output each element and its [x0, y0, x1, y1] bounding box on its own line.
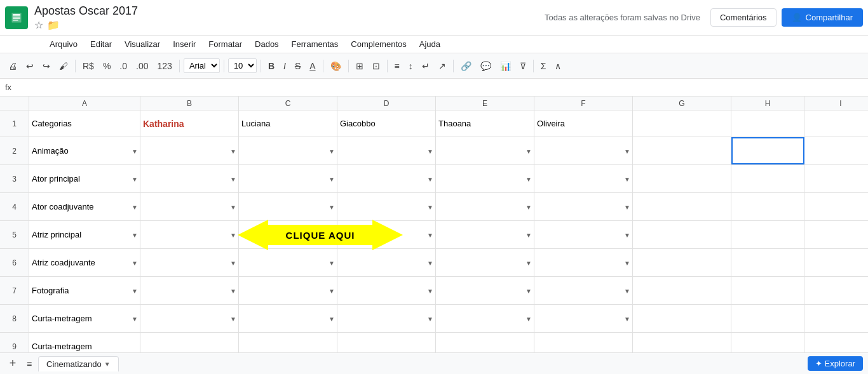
cell-8a[interactable]: Curta-metragem▼	[29, 305, 140, 332]
cell-7g[interactable]	[633, 277, 731, 304]
comments-button[interactable]: Comentários	[710, 8, 776, 27]
dropdown-arrow-6d[interactable]: ▼	[427, 259, 433, 266]
cell-3e[interactable]: ▼	[436, 165, 534, 192]
dropdown-arrow-2a[interactable]: ▼	[132, 147, 138, 154]
cell-3h[interactable]	[731, 165, 804, 192]
font-family-select[interactable]: Arial	[184, 58, 220, 73]
cell-2i[interactable]	[804, 137, 868, 164]
cell-8f[interactable]: ▼	[534, 305, 633, 332]
dropdown-arrow-6b[interactable]: ▼	[230, 259, 236, 266]
cell-7e[interactable]: ▼	[436, 277, 534, 304]
chevron-up-btn[interactable]: ∧	[552, 59, 564, 73]
borders-btn[interactable]: ⊞	[353, 59, 367, 73]
cell-2c[interactable]: ▼	[239, 137, 337, 164]
currency-btn[interactable]: R$	[79, 59, 97, 73]
dropdown-arrow-7d[interactable]: ▼	[427, 287, 433, 294]
dropdown-arrow-5f[interactable]: ▼	[624, 231, 630, 238]
cell-6h[interactable]	[731, 249, 804, 276]
dropdown-arrow-3b[interactable]: ▼	[230, 175, 236, 182]
cell-4a[interactable]: Ator coadjuvante▼	[29, 193, 140, 220]
dropdown-arrow-6c[interactable]: ▼	[329, 259, 335, 266]
cell-5i[interactable]	[804, 221, 868, 248]
cell-1i[interactable]	[804, 110, 868, 137]
col-header-b[interactable]: B	[140, 97, 239, 110]
menu-item-ferramentas[interactable]: Ferramentas	[287, 38, 344, 50]
dropdown-arrow-6f[interactable]: ▼	[624, 259, 630, 266]
cell-7d[interactable]: ▼	[337, 277, 436, 304]
cell-6b[interactable]: ▼	[140, 249, 239, 276]
dropdown-arrow-8f[interactable]: ▼	[624, 315, 630, 322]
dropdown-arrow-7a[interactable]: ▼	[132, 287, 138, 294]
cell-3c[interactable]: ▼	[239, 165, 337, 192]
cell-6i[interactable]	[804, 249, 868, 276]
cell-1g[interactable]	[633, 110, 731, 137]
cell-8d[interactable]: ▼	[337, 305, 436, 332]
merge-btn[interactable]: ⊡	[369, 59, 383, 73]
sheet-list-button[interactable]: ≡	[22, 356, 37, 371]
functions-btn[interactable]: Σ	[538, 59, 550, 73]
menu-item-arquivo[interactable]: Arquivo	[44, 38, 83, 50]
cell-5c[interactable]: ▼	[239, 221, 337, 248]
cell-2a[interactable]: Animação▼	[29, 137, 140, 164]
dropdown-arrow-7f[interactable]: ▼	[624, 287, 630, 294]
cell-1a[interactable]: Categorias	[29, 110, 140, 137]
col-header-c[interactable]: C	[239, 97, 337, 110]
col-header-g[interactable]: G	[633, 97, 731, 110]
cell-6e[interactable]: ▼	[436, 249, 534, 276]
cell-7b[interactable]: ▼	[140, 277, 239, 304]
cell-6a[interactable]: Atriz coadjuvante▼	[29, 249, 140, 276]
cell-4d[interactable]: ▼	[337, 193, 436, 220]
cell-3a[interactable]: Ator principal▼	[29, 165, 140, 192]
sheet-tab[interactable]: Cinematizando ▼	[38, 356, 119, 371]
dropdown-arrow-2d[interactable]: ▼	[427, 147, 433, 154]
dropdown-arrow-2f[interactable]: ▼	[624, 147, 630, 154]
link-btn[interactable]: 🔗	[458, 59, 475, 73]
col-header-f[interactable]: F	[534, 97, 633, 110]
cell-3g[interactable]	[633, 165, 731, 192]
undo-btn[interactable]: ↩	[23, 59, 37, 73]
share-button[interactable]: 👤 Compartilhar	[782, 8, 863, 27]
menu-item-editar[interactable]: Editar	[85, 38, 117, 50]
dropdown-arrow-7e[interactable]: ▼	[526, 287, 532, 294]
cell-1f[interactable]: Oliveira	[534, 110, 633, 137]
explore-button[interactable]: ✦ Explorar	[808, 356, 863, 371]
dropdown-arrow-8e[interactable]: ▼	[526, 315, 532, 322]
rotate-btn[interactable]: ↗	[435, 59, 449, 73]
cell-4b[interactable]: ▼	[140, 193, 239, 220]
cell-8e[interactable]: ▼	[436, 305, 534, 332]
align-btn[interactable]: ≡	[391, 59, 403, 73]
italic-btn[interactable]: I	[280, 59, 289, 73]
col-header-h[interactable]: H	[731, 97, 804, 110]
cell-8i[interactable]	[804, 305, 868, 332]
cell-7f[interactable]: ▼	[534, 277, 633, 304]
cell-6f[interactable]: ▼	[534, 249, 633, 276]
print-btn[interactable]: 🖨	[5, 59, 20, 73]
cell-8c[interactable]: ▼	[239, 305, 337, 332]
cell-2h[interactable]	[731, 137, 804, 164]
col-header-a[interactable]: A	[29, 97, 140, 110]
filter-btn[interactable]: ⊽	[517, 59, 529, 73]
dropdown-arrow-4c[interactable]: ▼	[329, 203, 335, 210]
fill-color-btn[interactable]: 🎨	[327, 59, 344, 73]
dropdown-arrow-8b[interactable]: ▼	[230, 315, 236, 322]
dropdown-arrow-2e[interactable]: ▼	[526, 147, 532, 154]
menu-item-ajuda[interactable]: Ajuda	[414, 38, 445, 50]
dropdown-arrow-5a[interactable]: ▼	[132, 231, 138, 238]
dropdown-arrow-4f[interactable]: ▼	[624, 203, 630, 210]
format-number-btn[interactable]: 123	[154, 59, 175, 73]
cell-7h[interactable]	[731, 277, 804, 304]
dropdown-arrow-8d[interactable]: ▼	[427, 315, 433, 322]
cell-8b[interactable]: ▼	[140, 305, 239, 332]
cell-5e[interactable]: ▼	[436, 221, 534, 248]
cell-2d[interactable]: ▼	[337, 137, 436, 164]
cell-4f[interactable]: ▼	[534, 193, 633, 220]
cell-2e[interactable]: ▼	[436, 137, 534, 164]
doc-title[interactable]: Apostas Oscar 2017	[34, 4, 545, 18]
comment-btn[interactable]: 💬	[477, 59, 494, 73]
cell-6d[interactable]: ▼	[337, 249, 436, 276]
cell-6g[interactable]	[633, 249, 731, 276]
cell-4c[interactable]: ▼	[239, 193, 337, 220]
cell-6c[interactable]: ▼	[239, 249, 337, 276]
dropdown-arrow-3a[interactable]: ▼	[132, 175, 138, 182]
cell-3d[interactable]: ▼	[337, 165, 436, 192]
